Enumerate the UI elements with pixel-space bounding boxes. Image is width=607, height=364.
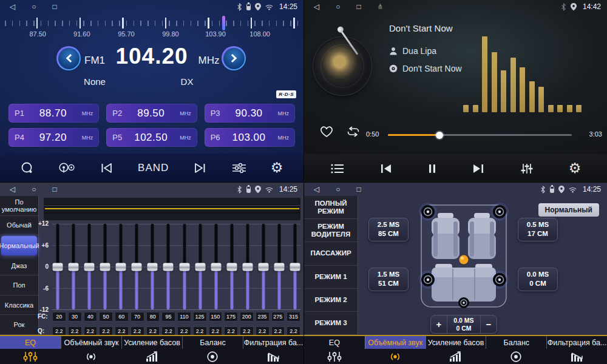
fc-value[interactable]: 70 <box>131 312 144 322</box>
radio-preset-button[interactable]: P2 89.50 MHz <box>106 104 197 123</box>
slider-handle[interactable] <box>68 263 78 271</box>
home-icon[interactable]: ○ <box>32 0 36 13</box>
previous-track-icon[interactable] <box>379 164 393 174</box>
radio-preset-button[interactable]: P4 97.20 MHz <box>8 128 99 147</box>
back-icon[interactable]: ◁ <box>10 0 15 13</box>
home-icon[interactable]: ○ <box>336 183 340 196</box>
settings-gear-icon[interactable]: ⚙ <box>271 161 283 175</box>
eq-band-slider[interactable] <box>290 224 300 309</box>
recents-icon[interactable]: □ <box>52 0 56 13</box>
listening-mode-item[interactable]: ПОЛНЫЙ РЕЖИМ <box>304 196 358 219</box>
tab-eq[interactable]: EQ <box>0 336 61 364</box>
front-left-delay-button[interactable]: 2.5 MS 85 CM <box>368 218 409 241</box>
tuning-marker[interactable] <box>222 16 225 30</box>
home-icon[interactable]: ○ <box>336 0 340 13</box>
settings-gear-icon[interactable]: ⚙ <box>569 161 582 175</box>
band-button[interactable]: BAND <box>138 162 169 174</box>
eq-band-slider[interactable] <box>163 224 174 309</box>
tab-surround[interactable]: Объёмный звук <box>61 336 121 364</box>
tab-crossover[interactable]: Фильтрация ба... <box>546 336 607 364</box>
eq-preset-item[interactable]: По умолчанию <box>0 196 38 216</box>
tab-surround[interactable]: Объёмный звук <box>365 336 426 364</box>
sliders-icon[interactable] <box>231 162 247 174</box>
fc-value[interactable]: 20 <box>52 312 66 322</box>
eq-band-slider[interactable] <box>132 224 142 309</box>
slider-handle[interactable] <box>274 263 285 271</box>
repeat-icon[interactable] <box>345 126 361 137</box>
rear-right-delay-button[interactable]: 0.0 MS 0 CM <box>518 268 558 291</box>
fc-value[interactable]: 125 <box>193 312 207 322</box>
eq-band-slider[interactable] <box>179 224 189 309</box>
tab-eq[interactable]: EQ <box>304 336 365 364</box>
fc-value[interactable]: 175 <box>224 312 238 322</box>
listening-mode-item[interactable]: РЕЖИМ 1 <box>304 266 358 289</box>
increase-delay-button[interactable]: + <box>431 315 447 333</box>
mixer-icon[interactable] <box>520 163 534 175</box>
eq-band-slider[interactable] <box>243 224 253 309</box>
next-track-icon[interactable] <box>472 164 485 174</box>
fc-value[interactable]: 315 <box>287 312 300 322</box>
eq-band-slider[interactable] <box>52 224 63 309</box>
frequency-ruler[interactable] <box>5 16 299 30</box>
listening-mode-item[interactable]: РЕЖИМ 2 <box>304 289 358 312</box>
slider-handle[interactable] <box>226 263 237 271</box>
fc-value[interactable]: 50 <box>99 312 113 322</box>
fc-value[interactable]: 95 <box>161 312 175 322</box>
fc-value[interactable]: 275 <box>271 312 285 322</box>
radio-preset-button[interactable]: P5 102.50 MHz <box>106 128 197 147</box>
tune-up-button[interactable] <box>222 46 246 70</box>
slider-handle[interactable] <box>243 263 253 271</box>
radio-preset-button[interactable]: P3 90.30 MHz <box>205 104 295 123</box>
tab-balance[interactable]: Баланс <box>182 336 243 364</box>
fc-value[interactable]: 40 <box>84 312 98 322</box>
progress-bar[interactable] <box>388 134 572 136</box>
fc-value[interactable]: 235 <box>256 312 270 322</box>
decrease-delay-button[interactable]: − <box>481 315 497 333</box>
eq-band-slider[interactable] <box>84 224 94 309</box>
listening-mode-item[interactable]: РЕЖИМ ВОДИТЕЛЯ <box>304 219 358 242</box>
back-icon[interactable]: ◁ <box>314 0 319 13</box>
broadcast-icon[interactable] <box>58 162 76 174</box>
fc-value[interactable]: 150 <box>209 312 223 322</box>
eq-band-slider[interactable] <box>226 224 237 309</box>
back-icon[interactable]: ◁ <box>10 183 15 196</box>
back-icon[interactable]: ◁ <box>314 183 319 196</box>
previous-station-icon[interactable] <box>100 163 114 174</box>
slider-handle[interactable] <box>100 263 110 271</box>
recents-icon[interactable]: □ <box>356 183 361 196</box>
slider-handle[interactable] <box>179 263 189 271</box>
fc-value[interactable]: 110 <box>177 312 191 322</box>
favorite-heart-icon[interactable] <box>319 125 334 138</box>
slider-handle[interactable] <box>52 263 63 271</box>
recents-icon[interactable]: □ <box>356 0 361 13</box>
profile-button[interactable]: Нормальный <box>538 203 599 217</box>
fc-value[interactable]: 200 <box>240 312 254 322</box>
eq-band-slider[interactable] <box>116 224 126 309</box>
slider-handle[interactable] <box>259 263 269 271</box>
tune-down-button[interactable] <box>56 46 81 70</box>
eq-band-slider[interactable] <box>100 224 110 309</box>
rear-left-delay-button[interactable]: 1.5 MS 51 CM <box>368 268 409 291</box>
tab-bass-boost[interactable]: Усиление басов <box>121 336 182 364</box>
scan-icon[interactable] <box>21 161 34 175</box>
eq-band-slider[interactable] <box>148 224 158 309</box>
slider-handle[interactable] <box>116 263 126 271</box>
slider-handle[interactable] <box>148 263 158 271</box>
radio-preset-button[interactable]: P6 103.00 MHz <box>205 128 295 147</box>
eq-band-slider[interactable] <box>68 224 78 309</box>
next-station-icon[interactable] <box>192 163 207 174</box>
eq-band-slider[interactable] <box>274 224 285 309</box>
eq-band-slider[interactable] <box>195 224 205 309</box>
recents-icon[interactable]: □ <box>52 183 56 196</box>
front-right-delay-button[interactable]: 0.5 MS 17 CM <box>518 218 558 241</box>
slider-handle[interactable] <box>132 263 142 271</box>
tab-crossover[interactable]: Фильтрация ба... <box>243 336 304 364</box>
fc-value[interactable]: 30 <box>68 312 82 322</box>
fc-value[interactable]: 80 <box>146 312 160 322</box>
pause-icon[interactable] <box>427 164 437 174</box>
home-icon[interactable]: ○ <box>32 183 36 196</box>
slider-handle[interactable] <box>195 263 205 271</box>
slider-handle[interactable] <box>84 263 94 271</box>
playlist-icon[interactable] <box>330 163 345 174</box>
slider-handle[interactable] <box>163 263 174 271</box>
